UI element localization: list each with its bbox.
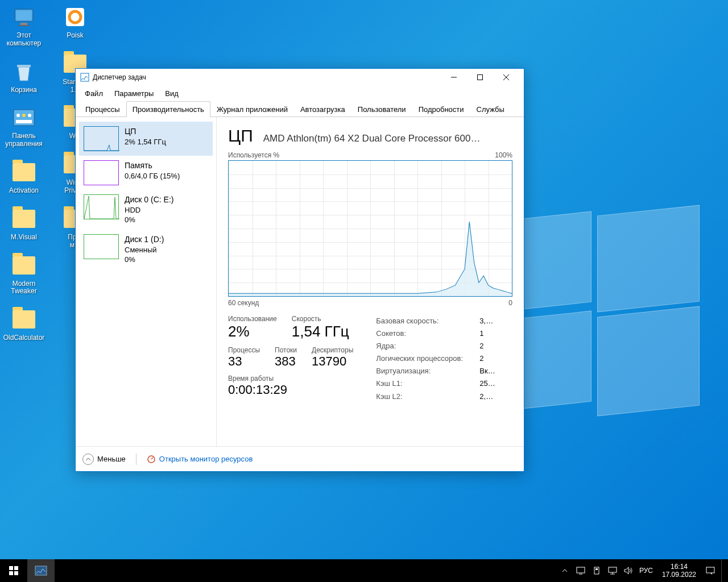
desktop-icon-label: ModernTweaker — [11, 280, 36, 296]
spec-row: Кэш L1:25… — [376, 377, 495, 390]
menu-Вид[interactable]: Вид — [160, 88, 183, 99]
desktop-icon[interactable]: Корзина — [2, 59, 46, 94]
window-title: Диспетчер задач — [93, 73, 146, 81]
stat-uptime: Время работы0:00:13:29 — [228, 375, 353, 397]
tray-vm-icon[interactable] — [576, 566, 586, 576]
svg-rect-9 — [16, 120, 32, 123]
svg-rect-20 — [9, 566, 13, 570]
stat: Использование2% — [228, 315, 277, 340]
desktop-icon[interactable]: Activation — [2, 160, 46, 195]
desktop-icon[interactable]: M.Visual — [2, 206, 46, 242]
divider — [136, 454, 136, 465]
svg-rect-23 — [14, 571, 18, 575]
spec-row: Сокетов:1 — [376, 327, 495, 340]
stat: Скорость1,54 ГГц — [292, 315, 349, 340]
desktop-icon[interactable]: ModernTweaker — [2, 253, 46, 296]
desktop-icon[interactable]: Этоткомпьютер — [2, 5, 46, 48]
desktop-icon[interactable]: Poisk — [53, 5, 97, 40]
desktop-icon-label: Корзина — [11, 86, 37, 94]
open-resource-monitor-link[interactable]: Открыть монитор ресурсов — [147, 455, 253, 464]
desktop-icon-label: Poisk — [67, 32, 83, 40]
tray-clock[interactable]: 16:14 17.09.2022 — [659, 563, 700, 579]
folder-icon — [11, 307, 36, 332]
start-button[interactable] — [0, 559, 27, 582]
svg-rect-25 — [577, 567, 585, 573]
tray-notifications-icon[interactable] — [705, 566, 715, 576]
pc-icon — [11, 5, 36, 30]
minimize-button[interactable] — [441, 69, 467, 86]
sidebar-item-1[interactable]: Память0,6/4,0 ГБ (15%) — [79, 156, 213, 190]
menu-Файл[interactable]: Файл — [80, 88, 107, 99]
sidebar-item-2[interactable]: Диск 0 (C: E:)HDD0% — [79, 190, 213, 230]
svg-point-8 — [28, 114, 31, 117]
stat: Процессы33 — [228, 346, 260, 369]
tab-2[interactable]: Журнал приложений — [210, 101, 294, 117]
sidebar-text: ЦП2% 1,54 ГГц — [125, 126, 166, 151]
tab-4[interactable]: Пользователи — [351, 101, 412, 117]
sidebar-text: Память0,6/4,0 ГБ (15%) — [125, 160, 180, 185]
cpu-name: AMD Athlon(tm) 64 X2 Dual Core Processor… — [263, 133, 481, 144]
tab-6[interactable]: Службы — [470, 101, 511, 117]
svg-rect-28 — [595, 568, 598, 570]
desktop-icon-label: Activation — [9, 187, 39, 195]
sidebar-item-3[interactable]: Диск 1 (D:)Сменный0% — [79, 230, 213, 269]
sidebar-thumb — [84, 126, 119, 151]
cpu-chart[interactable] — [228, 160, 512, 297]
recycle-icon — [11, 59, 36, 84]
svg-rect-29 — [609, 567, 617, 572]
tray-chevron-up-icon[interactable] — [560, 566, 570, 576]
show-desktop-button[interactable] — [721, 559, 725, 582]
cpu-heading: ЦП — [228, 126, 253, 146]
chart-label-usage: Используется % — [228, 151, 279, 159]
tab-1[interactable]: Производительность — [126, 101, 210, 117]
close-button[interactable] — [493, 69, 519, 86]
tab-5[interactable]: Подробности — [412, 101, 470, 117]
sidebar-text: Диск 1 (D:)Сменный0% — [125, 234, 164, 265]
perf-main: ЦП AMD Athlon(tm) 64 X2 Dual Core Proces… — [217, 117, 524, 446]
spec-row: Виртуализация:Вк… — [376, 365, 495, 377]
svg-rect-4 — [17, 65, 31, 67]
spec-row: Базовая скорость:3,… — [376, 315, 495, 327]
tab-0[interactable]: Процессы — [79, 101, 126, 117]
desktop-icon[interactable]: Панельуправления — [2, 105, 46, 148]
stat: Потоки383 — [275, 346, 297, 369]
app-icon — [80, 73, 89, 82]
desktop-icon-label: Панельуправления — [5, 132, 42, 148]
tab-strip: ПроцессыПроизводительностьЖурнал приложе… — [76, 101, 524, 117]
svg-point-6 — [16, 114, 20, 117]
sidebar-item-0[interactable]: ЦП2% 1,54 ГГц — [79, 122, 213, 156]
desktop-icon[interactable]: OldCalculator — [2, 307, 46, 342]
taskbar-task-manager[interactable] — [27, 559, 55, 582]
fewer-details-button[interactable]: Меньше — [82, 454, 126, 465]
desktop-wallpaper: ЭтоткомпьютерКорзинаПанельуправленияActi… — [0, 0, 728, 582]
app-icon — [63, 5, 88, 30]
tray-language[interactable]: РУС — [639, 567, 653, 575]
window-footer: Меньше Открыть монитор ресурсов — [76, 446, 524, 471]
desktop-icon-label: Этоткомпьютер — [7, 32, 42, 48]
tray-volume-icon[interactable] — [623, 566, 634, 576]
sidebar-text: Диск 0 (C: E:)HDD0% — [125, 194, 173, 225]
menu-Параметры[interactable]: Параметры — [110, 88, 158, 99]
tray-network-icon[interactable] — [607, 566, 618, 576]
titlebar[interactable]: Диспетчер задач — [76, 69, 524, 86]
svg-line-19 — [151, 458, 153, 459]
svg-rect-3 — [18, 25, 30, 26]
svg-marker-17 — [229, 222, 512, 296]
sidebar-thumb — [84, 160, 119, 185]
spec-row: Кэш L2:2,… — [376, 390, 495, 403]
svg-rect-12 — [81, 73, 89, 81]
desktop-icon-label: M.Visual — [11, 234, 37, 242]
svg-rect-22 — [9, 571, 13, 575]
svg-rect-24 — [35, 566, 47, 575]
tab-3[interactable]: Автозагрузка — [294, 101, 351, 117]
chevron-up-icon — [82, 454, 94, 465]
desktop-icon-label: OldCalculator — [3, 334, 45, 342]
maximize-button[interactable] — [467, 69, 493, 86]
perf-sidebar: ЦП2% 1,54 ГГцПамять0,6/4,0 ГБ (15%)Диск … — [76, 117, 217, 446]
chart-label-60s: 60 секунд — [228, 299, 259, 307]
svg-rect-1 — [16, 10, 32, 20]
svg-rect-21 — [14, 566, 18, 570]
tray-removable-icon[interactable] — [592, 566, 602, 576]
svg-point-7 — [22, 114, 26, 117]
task-manager-window: Диспетчер задач ФайлПараметрыВид Процесс… — [75, 68, 524, 472]
